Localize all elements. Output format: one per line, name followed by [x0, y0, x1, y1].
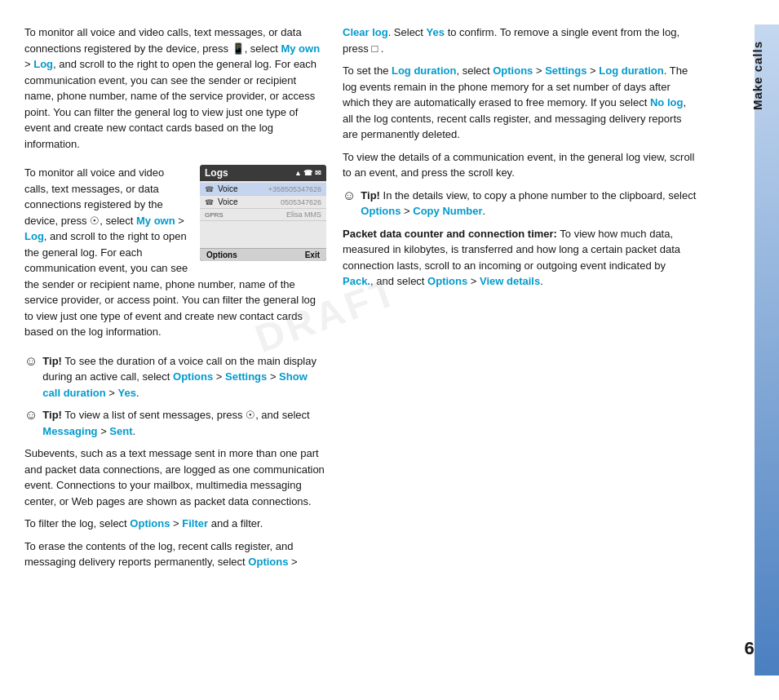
packet-options: Options: [427, 275, 467, 287]
row3-icon: GPRS: [205, 211, 218, 219]
erase-options: Options: [248, 556, 288, 568]
row1-value: +358505347626: [268, 185, 321, 193]
log-link: Log: [33, 58, 53, 70]
intro-section: To monitor all voice and video calls, te…: [24, 24, 326, 158]
pack-link: Pack.: [343, 275, 370, 287]
log-settings: Settings: [545, 64, 586, 77]
device-screenshot: Logs ▲ ☎ ✉ ☎ Voice +358505347626 ☎ Voice…: [200, 165, 326, 261]
tip1-bold: Tip!: [42, 355, 62, 367]
device-exit: Exit: [305, 250, 320, 259]
tip3-copy-number: Copy Number: [413, 205, 482, 217]
sidebar-gradient: [755, 24, 779, 676]
sidebar: Make calls 63: [714, 24, 779, 676]
tip3-block: ☺ Tip! In the details view, to copy a ph…: [343, 188, 697, 219]
log-duration-link: Log duration: [392, 64, 456, 77]
filter-paragraph: To filter the log, select Options > Filt…: [24, 516, 326, 532]
device-options: Options: [206, 250, 237, 259]
tip2-sent: Sent: [109, 425, 132, 437]
device-title: Logs: [205, 167, 228, 179]
device-icons: ▲ ☎ ✉: [294, 169, 321, 177]
log-duration-paragraph: To set the Log duration, select Options …: [343, 63, 697, 143]
tip1-icon: ☺: [24, 354, 38, 369]
intro-with-device: Logs ▲ ☎ ✉ ☎ Voice +358505347626 ☎ Voice…: [24, 165, 326, 347]
my-own-link: My own: [281, 42, 320, 55]
erase-paragraph: To erase the contents of the log, recent…: [24, 538, 326, 570]
clear-log-link: Clear log: [343, 26, 388, 38]
tip2-block: ☺ Tip! To view a list of sent messages, …: [24, 407, 326, 439]
tip3-icon: ☺: [343, 188, 356, 203]
details-paragraph: To view the details of a communication e…: [343, 149, 697, 181]
device-row-1: ☎ Voice +358505347626: [200, 183, 326, 196]
tip3-bold: Tip!: [361, 189, 380, 202]
device-footer: Options Exit: [200, 248, 326, 261]
tip1-yes: Yes: [117, 387, 135, 399]
my-own-ref: My own: [136, 215, 175, 227]
tip2-messaging: Messaging: [42, 425, 97, 437]
no-log: No log: [650, 96, 683, 109]
row2-icon: ☎: [205, 198, 218, 206]
sidebar-label: Make calls: [750, 41, 764, 110]
clear-yes: Yes: [427, 26, 445, 38]
tip2-bold: Tip!: [42, 409, 62, 421]
intro-paragraph: To monitor all voice and video calls, te…: [24, 24, 326, 152]
log-log-duration: Log duration: [599, 64, 663, 77]
tip1-block: ☺ Tip! To see the duration of a voice ca…: [24, 353, 326, 401]
device-row-3: GPRS Elisa MMS: [200, 209, 326, 221]
row1-icon: ☎: [205, 185, 218, 193]
device-row-2: ☎ Voice 0505347626: [200, 196, 326, 209]
device-rows: ☎ Voice +358505347626 ☎ Voice 0505347626…: [200, 181, 326, 248]
device-header: Logs ▲ ☎ ✉: [200, 165, 326, 181]
filter-options: Options: [130, 517, 170, 529]
packet-data-bold: Packet data counter and connection timer…: [343, 228, 557, 240]
main-content: DRAFT To monitor all voice and video cal…: [0, 0, 779, 700]
tip3-options: Options: [361, 205, 401, 217]
tip1-text: Tip! To see the duration of a voice call…: [42, 353, 326, 401]
view-details-link: View details: [480, 275, 540, 287]
clear-log-paragraph: Clear log. Select Yes to confirm. To rem…: [343, 24, 697, 56]
log-ref: Log: [24, 230, 44, 242]
log-options: Options: [493, 64, 533, 77]
tip1-settings: Settings: [225, 370, 267, 383]
tip1-options: Options: [173, 370, 213, 383]
right-column: Clear log. Select Yes to confirm. To rem…: [343, 24, 714, 676]
row1-label: Voice: [218, 184, 268, 193]
filter-filter: Filter: [182, 517, 208, 529]
left-column: To monitor all voice and video calls, te…: [24, 24, 343, 676]
row2-value: 0505347626: [281, 198, 321, 206]
intro-text-block: To monitor all voice and video calls, te…: [24, 24, 326, 158]
subevents-paragraph: Subevents, such as a text message sent i…: [24, 445, 326, 509]
packet-data-paragraph: Packet data counter and connection timer…: [343, 226, 697, 290]
tip2-icon: ☺: [24, 408, 38, 423]
tip2-text: Tip! To view a list of sent messages, pr…: [42, 407, 326, 439]
row2-label: Voice: [218, 197, 281, 206]
row3-value: Elisa MMS: [286, 210, 321, 219]
tip3-text: Tip! In the details view, to copy a phon…: [361, 188, 697, 219]
